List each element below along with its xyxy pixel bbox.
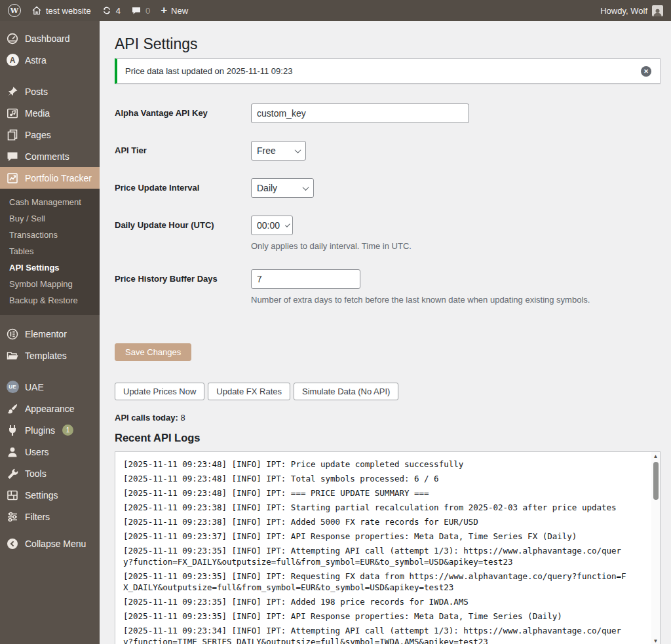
submenu-item-backup-restore[interactable]: Backup & Restore bbox=[0, 292, 100, 309]
form-row-update-interval: Price Update Interval Daily bbox=[115, 178, 661, 198]
scrollbar-thumb[interactable] bbox=[653, 462, 659, 500]
user-avatar[interactable] bbox=[652, 5, 663, 16]
sidebar-label: Pages bbox=[25, 130, 51, 140]
sidebar-label: Filters bbox=[25, 512, 50, 522]
submenu-item-transactions[interactable]: Transactions bbox=[0, 227, 100, 243]
sidebar-label: Comments bbox=[25, 151, 69, 162]
sidebar-item-dashboard[interactable]: Dashboard bbox=[0, 28, 100, 49]
updates-link[interactable]: 4 bbox=[102, 5, 121, 16]
success-notice: Price data last updated on 2025-11-11 09… bbox=[115, 58, 661, 84]
sidebar-label: UAE bbox=[25, 382, 44, 392]
plugin-icon bbox=[6, 424, 19, 437]
sliders-icon bbox=[6, 510, 19, 523]
updates-icon bbox=[102, 5, 112, 16]
menu-separator bbox=[0, 366, 100, 376]
updates-count: 4 bbox=[116, 6, 121, 16]
log-line: [2025-11-11 09:23:48] [INFO] IPT: Total … bbox=[123, 473, 630, 484]
update-prices-button[interactable]: Update Prices Now bbox=[115, 383, 204, 400]
sidebar-item-uae[interactable]: UE UAE bbox=[0, 376, 100, 398]
update-hour-select[interactable]: 00:00 bbox=[251, 216, 293, 235]
sidebar-item-users[interactable]: Users bbox=[0, 441, 100, 463]
page-title: API Settings bbox=[115, 35, 661, 54]
submenu-item-symbol-mapping[interactable]: Symbol Mapping bbox=[0, 276, 100, 292]
log-line: [2025-11-11 09:23:34] [INFO] IPT: Attemp… bbox=[123, 625, 630, 644]
submenu-item-buy-sell[interactable]: Buy / Sell bbox=[0, 210, 100, 227]
sidebar-item-astra[interactable]: A Astra bbox=[0, 49, 100, 71]
form-row-api-key: Alpha Vantage API Key bbox=[115, 104, 661, 123]
site-name: test website bbox=[46, 6, 91, 16]
api-calls-value: 8 bbox=[180, 413, 185, 423]
plugins-update-badge: 1 bbox=[62, 425, 73, 436]
sidebar-item-media[interactable]: Media bbox=[0, 102, 100, 124]
sidebar-item-posts[interactable]: Posts bbox=[0, 81, 100, 102]
log-line: [2025-11-11 09:23:48] [INFO] IPT: Price … bbox=[123, 459, 630, 470]
form-row-api-tier: API Tier Free bbox=[115, 141, 661, 161]
plus-icon: + bbox=[161, 4, 167, 17]
sidebar-item-collapse-menu[interactable]: Collapse Menu bbox=[0, 533, 100, 554]
uae-icon: UE bbox=[6, 381, 19, 394]
comments-link[interactable]: 0 bbox=[131, 5, 150, 16]
sidebar-item-pages[interactable]: Pages bbox=[0, 124, 100, 145]
api-tier-select[interactable]: Free bbox=[251, 141, 306, 161]
sidebar-item-comments[interactable]: Comments bbox=[0, 145, 100, 167]
update-interval-value: Daily bbox=[257, 183, 277, 193]
collapse-arrow-icon bbox=[6, 537, 19, 550]
new-content-link[interactable]: + New bbox=[161, 4, 188, 17]
submenu-item-cash-management[interactable]: Cash Management bbox=[0, 194, 100, 210]
sidebar-label: Posts bbox=[25, 86, 48, 97]
sidebar-item-portfolio-tracker[interactable]: Portfolio Tracker bbox=[0, 167, 100, 189]
sidebar-item-filters[interactable]: Filters bbox=[0, 506, 100, 527]
comments-icon bbox=[6, 150, 19, 163]
main-content: API Settings Price data last updated on … bbox=[100, 21, 671, 644]
api-key-input[interactable] bbox=[251, 104, 469, 123]
sidebar-label: Tools bbox=[25, 468, 47, 479]
sidebar-item-appearance[interactable]: Appearance bbox=[0, 398, 100, 419]
chevron-down-icon bbox=[285, 222, 290, 227]
api-tier-value: Free bbox=[257, 145, 276, 156]
log-line: [2025-11-11 09:23:48] [INFO] IPT: === PR… bbox=[123, 487, 630, 499]
save-changes-button[interactable]: Save Changes bbox=[115, 343, 191, 361]
sidebar-label: Collapse Menu bbox=[25, 539, 86, 549]
wordpress-logo-icon[interactable]: W bbox=[8, 4, 21, 17]
elementor-icon bbox=[6, 328, 19, 341]
chevron-down-icon bbox=[303, 184, 309, 191]
site-link[interactable]: test website bbox=[31, 5, 91, 16]
update-interval-select[interactable]: Daily bbox=[251, 178, 314, 198]
dismiss-notice-button[interactable]: ✕ bbox=[641, 66, 651, 77]
sidebar-item-plugins[interactable]: Plugins 1 bbox=[0, 419, 100, 441]
action-buttons: Update Prices Now Update FX Rates Simula… bbox=[115, 383, 661, 400]
submenu-item-tables[interactable]: Tables bbox=[0, 243, 100, 259]
api-log-viewer: [2025-11-11 09:23:48] [INFO] IPT: Price … bbox=[115, 451, 661, 644]
user-icon bbox=[6, 445, 19, 459]
form-row-update-hour: Daily Update Hour (UTC) 00:00 Only appli… bbox=[115, 216, 661, 252]
simulate-data-button[interactable]: Simulate Data (No API) bbox=[294, 383, 398, 400]
media-icon bbox=[6, 107, 19, 120]
sidebar-label: Portfolio Tracker bbox=[25, 173, 92, 183]
log-line: [2025-11-11 09:23:38] [INFO] IPT: Added … bbox=[123, 516, 630, 527]
portfolio-tracker-submenu: Cash Management Buy / Sell Transactions … bbox=[0, 189, 100, 315]
update-hour-help: Only applies to daily interval. Time in … bbox=[251, 240, 412, 252]
admin-sidebar: Dashboard A Astra Posts Media Pages bbox=[0, 21, 100, 644]
log-scrollbar[interactable]: ▲ ▼ bbox=[651, 452, 660, 644]
line-chart-icon bbox=[6, 172, 19, 185]
buffer-days-help: Number of extra days to fetch before the… bbox=[251, 294, 590, 305]
update-fx-rates-button[interactable]: Update FX Rates bbox=[208, 383, 290, 400]
chevron-down-icon bbox=[295, 147, 301, 153]
sidebar-label: Media bbox=[25, 108, 50, 119]
notice-text: Price data last updated on 2025-11-11 09… bbox=[125, 66, 292, 76]
log-line: [2025-11-11 09:23:38] [INFO] IPT: Starti… bbox=[123, 502, 630, 513]
sidebar-item-elementor[interactable]: Elementor bbox=[0, 323, 100, 345]
sidebar-item-tools[interactable]: Tools bbox=[0, 463, 100, 484]
menu-separator bbox=[0, 71, 100, 81]
sidebar-label: Users bbox=[25, 447, 49, 457]
buffer-days-input[interactable] bbox=[251, 269, 360, 289]
admin-bar: W test website 4 0 + New Howdy, Wolf bbox=[0, 0, 671, 21]
submenu-item-api-settings[interactable]: API Settings bbox=[0, 259, 100, 276]
scroll-down-icon[interactable]: ▼ bbox=[653, 638, 659, 644]
sidebar-item-templates[interactable]: Templates bbox=[0, 345, 100, 366]
sidebar-item-settings[interactable]: Settings bbox=[0, 484, 100, 506]
scroll-up-icon[interactable]: ▲ bbox=[653, 453, 659, 460]
howdy-text[interactable]: Howdy, Wolf bbox=[600, 6, 647, 16]
buffer-days-label: Price History Buffer Days bbox=[115, 269, 251, 305]
sidebar-label: Plugins bbox=[25, 425, 55, 436]
